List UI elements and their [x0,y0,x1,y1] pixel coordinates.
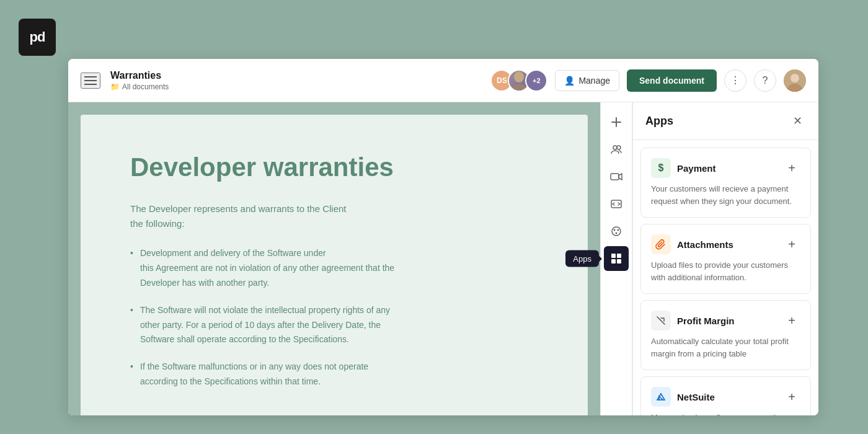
svg-point-1 [510,84,528,92]
sidebar-icons: Apps [600,102,632,415]
apps-panel-title: Apps [645,115,673,128]
svg-rect-16 [617,259,621,264]
user-avatar[interactable] [784,69,806,92]
document-page: Developer warranties The Developer repre… [81,115,588,415]
svg-point-5 [613,146,617,149]
svg-point-3 [790,74,799,82]
document-title: Warranties [110,70,490,81]
collaborators-avatars: DS +2 [490,69,547,92]
apps-panel-header: Apps ✕ [633,102,818,140]
avatar-count: +2 [525,69,547,92]
theme-button[interactable] [604,219,629,244]
attachments-app-desc: Upload files to provide your customers w… [651,259,800,283]
attachments-app-card[interactable]: Attachments + Upload files to provide yo… [640,224,811,294]
document-list: Development and delivery of the Software… [130,246,538,389]
list-item: The Software will not violate the intell… [130,303,538,347]
netsuite-app-icon [651,387,671,407]
svg-rect-7 [611,174,619,180]
payment-app-add-button[interactable]: + [783,159,800,177]
svg-point-12 [616,232,618,234]
hamburger-line-1 [84,76,97,78]
hamburger-line-3 [84,84,97,85]
header-actions: DS +2 👤 Manage Send document ⋮ [490,69,806,92]
document-heading: Developer warranties [130,152,538,183]
body: Developer warranties The Developer repre… [68,102,818,415]
document-info: Warranties 📁 All documents [110,70,490,91]
main-window: Warranties 📁 All documents DS +2 [68,59,818,415]
netsuite-app-card-header: NetSuite + [651,387,800,407]
apps-panel: Apps ✕ $ Payment + [632,102,818,415]
svg-rect-14 [617,254,621,258]
netsuite-app-title-row: NetSuite [651,387,715,407]
help-icon: ? [763,75,768,86]
payment-app-card[interactable]: $ Payment + Your customers will recieve … [640,148,811,218]
netsuite-app-name: NetSuite [677,392,715,402]
video-button[interactable] [604,164,629,189]
netsuite-app-card[interactable]: NetSuite + Manage business finances, ope… [640,376,811,415]
apps-list: $ Payment + Your customers will recieve … [633,140,818,415]
profit-margin-app-name: Profit Margin [677,316,735,326]
more-options-button[interactable]: ⋮ [724,69,746,92]
help-button[interactable]: ? [754,69,776,92]
profit-margin-app-add-button[interactable]: + [783,312,800,329]
more-icon: ⋮ [730,74,740,86]
logo-text: pd [30,29,45,45]
document-intro: The Developer represents and warrants to… [130,202,538,231]
hamburger-line-2 [84,80,97,81]
profit-margin-app-desc: Automatically calculate your total profi… [651,335,800,360]
list-item: Development and delivery of the Software… [130,246,538,290]
hamburger-menu-button[interactable] [81,73,100,89]
breadcrumb-text: All documents [122,82,169,91]
send-document-button[interactable]: Send document [627,69,717,92]
document-area: Developer warranties The Developer repre… [68,102,600,415]
profit-margin-app-card-header: Profit Margin + [651,311,800,330]
payment-app-card-header: $ Payment + [651,158,800,178]
embed-button[interactable] [604,192,629,216]
app-logo: pd [19,19,56,56]
svg-point-6 [617,146,621,149]
svg-point-0 [514,71,524,82]
apps-button[interactable]: Apps [604,246,629,271]
payment-app-desc: Your customers will recieve a payment re… [651,183,800,207]
folder-icon: 📁 [110,82,120,91]
close-apps-panel-button[interactable]: ✕ [789,112,806,130]
manage-icon: 👤 [564,76,575,86]
svg-rect-15 [611,259,616,264]
profit-margin-app-icon [651,311,671,330]
netsuite-app-desc: Manage business finances, operations, an… [651,412,800,415]
svg-point-11 [618,229,619,231]
attachments-app-name: Attachments [677,239,733,250]
payment-app-name: Payment [677,163,716,174]
list-item: If the Software malfunctions or in any w… [130,360,538,389]
profit-margin-app-title-row: Profit Margin [651,311,735,330]
attachments-app-title-row: Attachments [651,234,733,254]
attachments-app-icon [651,234,671,254]
add-block-button[interactable] [604,110,629,135]
close-icon: ✕ [793,114,802,128]
manage-button[interactable]: 👤 Manage [555,70,619,91]
breadcrumb: 📁 All documents [110,82,490,91]
payment-app-icon: $ [651,158,671,178]
header: Warranties 📁 All documents DS +2 [68,59,818,102]
manage-label: Manage [578,76,610,86]
profit-margin-app-card[interactable]: Profit Margin + Automatically calculate … [640,300,811,370]
svg-point-10 [614,229,616,231]
netsuite-app-add-button[interactable]: + [783,388,800,405]
recipients-button[interactable] [604,137,629,162]
svg-rect-13 [611,254,616,258]
attachments-app-card-header: Attachments + [651,234,800,254]
attachments-app-add-button[interactable]: + [783,236,800,253]
payment-app-title-row: $ Payment [651,158,716,178]
svg-point-9 [612,227,621,236]
